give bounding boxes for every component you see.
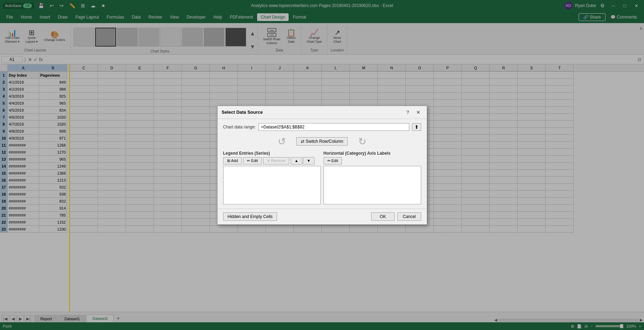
switch-row-col-area: ↺ ⇄ Switch Row/Column ↻	[223, 136, 421, 147]
dialog-title: Select Data Source	[222, 110, 263, 115]
horiz-controls: ✏ Edit	[324, 157, 421, 164]
switch-row-col-dialog-button[interactable]: ⇄ Switch Row/Column	[296, 137, 348, 146]
dialog-title-right: ? ✕	[404, 109, 423, 116]
legend-add-label: Add	[231, 159, 238, 163]
horiz-edit-icon: ✏	[327, 159, 331, 163]
left-arrow-icon: ↺	[278, 136, 286, 147]
legend-remove-icon: ✕	[267, 159, 270, 163]
horiz-section: Horizontal (Category) Axis Labels ✏ Edit	[324, 151, 421, 204]
dialog-footer: Hidden and Empty Cells OK Cancel	[218, 209, 427, 224]
chart-range-selector-button[interactable]: ⬆	[412, 123, 421, 131]
legend-up-button[interactable]: ▲	[291, 157, 302, 164]
legend-down-button[interactable]: ▼	[303, 157, 314, 164]
legend-section: Legend Entries (Series) ⊞ Add ✏ Edit ✕ R	[223, 151, 321, 204]
legend-add-button[interactable]: ⊞ Add	[223, 157, 242, 164]
legend-edit-button[interactable]: ✏ Edit	[243, 157, 262, 164]
switch-icon: ⇄	[301, 139, 304, 144]
cancel-button[interactable]: Cancel	[397, 212, 421, 221]
horiz-edit-button[interactable]: ✏ Edit	[324, 157, 342, 164]
legend-list-area	[223, 166, 321, 204]
legend-reorder-buttons: ▲ ▼	[291, 157, 314, 164]
legend-edit-label: Edit	[251, 159, 258, 163]
chart-range-label: Chart data range:	[223, 125, 256, 129]
hidden-empty-cells-button[interactable]: Hidden and Empty Cells	[223, 212, 277, 221]
horiz-list-area	[324, 166, 421, 204]
legend-edit-icon: ✏	[247, 159, 250, 163]
dialog-help-button[interactable]: ?	[404, 109, 411, 116]
switch-row-col-dialog-label: Switch Row/Column	[306, 139, 343, 144]
dialog-action-buttons: OK Cancel	[371, 212, 421, 221]
horiz-edit-label: Edit	[332, 159, 338, 163]
legend-controls: ⊞ Add ✏ Edit ✕ Remove ▲	[223, 157, 321, 164]
horiz-section-title: Horizontal (Category) Axis Labels	[324, 151, 421, 156]
right-arrow-icon: ↻	[358, 136, 366, 147]
legend-section-title: Legend Entries (Series)	[223, 151, 321, 156]
chart-range-row: Chart data range: ⬆	[223, 123, 421, 131]
dialog-title-bar: Select Data Source ? ✕	[218, 106, 427, 119]
dialog-body: Chart data range: ⬆ ↺ ⇄ Switch Row/Colum…	[218, 119, 427, 209]
legend-remove-button[interactable]: ✕ Remove	[263, 157, 289, 164]
chart-range-input[interactable]	[259, 123, 409, 131]
legend-remove-label: Remove	[271, 159, 285, 163]
select-data-source-dialog: Select Data Source ? ✕ Chart data range:…	[217, 106, 427, 225]
ok-button[interactable]: OK	[371, 212, 395, 221]
dialog-close-button[interactable]: ✕	[414, 109, 423, 116]
legend-add-icon: ⊞	[227, 159, 230, 163]
dialog-overlay: Select Data Source ? ✕ Chart data range:…	[0, 0, 644, 330]
legend-horiz-row: Legend Entries (Series) ⊞ Add ✏ Edit ✕ R	[223, 151, 421, 204]
